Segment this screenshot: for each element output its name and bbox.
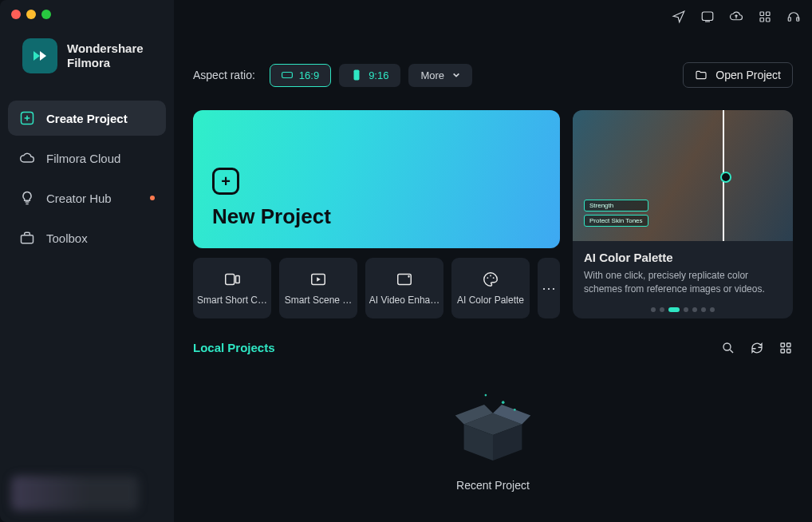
brand-text: Wondershare Filmora — [67, 42, 144, 70]
aspect-ratio-label: Aspect ratio: — [193, 69, 255, 81]
chevron-down-icon — [452, 71, 460, 79]
svg-rect-21 — [781, 349, 785, 353]
carousel-dot[interactable] — [651, 307, 656, 312]
feature-tag: Protect Skin Tones — [584, 215, 648, 227]
svg-rect-10 — [354, 70, 360, 81]
search-icon[interactable] — [721, 341, 735, 355]
window-controls — [11, 10, 51, 19]
tool-label: AI Video Enha… — [369, 295, 440, 306]
feature-tag: Strength — [584, 200, 648, 212]
svg-rect-8 — [22, 235, 34, 243]
svg-point-23 — [502, 401, 505, 405]
portrait-icon — [351, 69, 362, 81]
svg-rect-20 — [787, 343, 791, 347]
brand-line1: Wondershare — [67, 42, 144, 56]
sidebar-item-label: Filmora Cloud — [46, 152, 120, 165]
sidebar-item-label: Creator Hub — [46, 192, 112, 205]
carousel-dot[interactable] — [710, 307, 715, 312]
carousel-dot[interactable] — [660, 307, 664, 312]
empty-box-icon — [449, 388, 537, 468]
maximize-window-button[interactable] — [41, 10, 51, 19]
ratio-more-label: More — [420, 69, 444, 81]
carousel-dots — [573, 304, 793, 318]
section-title: Local Projects — [193, 341, 275, 354]
scene-icon — [309, 271, 327, 288]
close-window-button[interactable] — [11, 10, 21, 19]
tool-label: Smart Scene … — [285, 295, 353, 306]
palette-icon — [482, 271, 499, 288]
svg-rect-22 — [787, 349, 791, 353]
aspect-ratio-16-9[interactable]: 16:9 — [270, 64, 331, 87]
sidebar-item-filmora-cloud[interactable]: Filmora Cloud — [8, 140, 166, 176]
aspect-ratio-9-16[interactable]: 9:16 — [339, 64, 400, 87]
svg-rect-19 — [781, 343, 785, 347]
feature-thumbnail: Strength Protect Skin Tones — [573, 110, 793, 241]
folder-icon — [695, 69, 708, 81]
open-project-label: Open Project — [715, 69, 781, 81]
account-area[interactable] — [0, 465, 174, 522]
svg-point-15 — [487, 277, 488, 279]
carousel-dot-active[interactable] — [668, 307, 680, 312]
grid-view-icon[interactable] — [778, 341, 793, 355]
tool-ai-color-palette[interactable]: AI Color Palette — [451, 258, 530, 318]
enhance-icon — [396, 271, 413, 288]
brand-line2: Filmora — [67, 56, 144, 70]
sidebar-item-creator-hub[interactable]: Creator Hub — [8, 180, 166, 216]
empty-label: Recent Project — [456, 479, 530, 492]
svg-point-16 — [490, 275, 491, 276]
avatar-blur — [11, 476, 139, 511]
svg-point-24 — [485, 394, 487, 397]
tool-more[interactable]: ⋯ — [538, 258, 560, 318]
sidebar-item-create-project[interactable]: Create Project — [8, 101, 166, 136]
tool-row: Smart Short C… Smart Scene … AI Video En… — [193, 258, 560, 318]
ellipsis-icon: ⋯ — [542, 279, 556, 297]
svg-point-25 — [514, 409, 516, 411]
svg-rect-11 — [226, 274, 235, 284]
tool-smart-scene[interactable]: Smart Scene … — [279, 258, 357, 318]
refresh-icon[interactable] — [750, 341, 764, 355]
svg-point-17 — [493, 277, 495, 279]
carousel-dot[interactable] — [692, 307, 697, 312]
main: Aspect ratio: 16:9 9:16 More Open Projec… — [174, 0, 812, 522]
empty-state: Recent Project — [193, 371, 793, 509]
plus-square-icon — [19, 110, 35, 126]
toolbox-icon — [19, 230, 35, 246]
cloud-icon — [19, 150, 35, 166]
open-project-button[interactable]: Open Project — [683, 62, 793, 88]
aspect-ratio-more[interactable]: More — [408, 64, 472, 87]
brand: Wondershare Filmora — [0, 32, 174, 89]
tool-ai-video-enhance[interactable]: AI Video Enha… — [365, 258, 443, 318]
landscape-icon — [282, 69, 293, 81]
feature-desc: With one click, precisely replicate colo… — [584, 269, 782, 296]
sidebar-nav: Create Project Filmora Cloud Creator Hub… — [0, 89, 174, 267]
tool-smart-short-clips[interactable]: Smart Short C… — [193, 258, 271, 318]
tool-label: Smart Short C… — [197, 295, 267, 306]
sidebar-item-label: Toolbox — [46, 231, 88, 245]
sidebar-item-toolbox[interactable]: Toolbox — [8, 220, 166, 255]
feature-title: AI Color Palette — [584, 251, 782, 264]
bulb-icon — [19, 190, 35, 206]
svg-point-18 — [723, 343, 731, 350]
carousel-dot[interactable] — [684, 307, 688, 312]
hero-row: + New Project Smart Short C… Smart Scene… — [193, 110, 793, 318]
sidebar: Wondershare Filmora Create Project Filmo… — [0, 0, 174, 522]
new-project-card[interactable]: + New Project — [193, 110, 560, 248]
feature-body: AI Color Palette With one click, precise… — [573, 241, 793, 304]
notification-dot-icon — [150, 196, 155, 200]
minimize-window-button[interactable] — [26, 10, 36, 19]
carousel-dot[interactable] — [701, 307, 706, 312]
svg-rect-12 — [236, 275, 240, 283]
tool-label: AI Color Palette — [457, 295, 524, 306]
ratio-option-label: 16:9 — [299, 69, 319, 81]
svg-rect-9 — [282, 73, 292, 78]
local-projects-bar: Local Projects — [193, 341, 793, 355]
feature-card[interactable]: Strength Protect Skin Tones AI Color Pal… — [573, 110, 793, 318]
target-icon — [720, 172, 731, 183]
new-project-title: New Project — [212, 204, 541, 229]
sidebar-item-label: Create Project — [46, 112, 128, 125]
aspect-ratio-bar: Aspect ratio: 16:9 9:16 More Open Projec… — [193, 62, 793, 88]
ratio-option-label: 9:16 — [369, 69, 388, 81]
plus-icon: + — [212, 168, 239, 195]
brand-logo — [22, 38, 57, 73]
clips-icon — [223, 271, 241, 288]
